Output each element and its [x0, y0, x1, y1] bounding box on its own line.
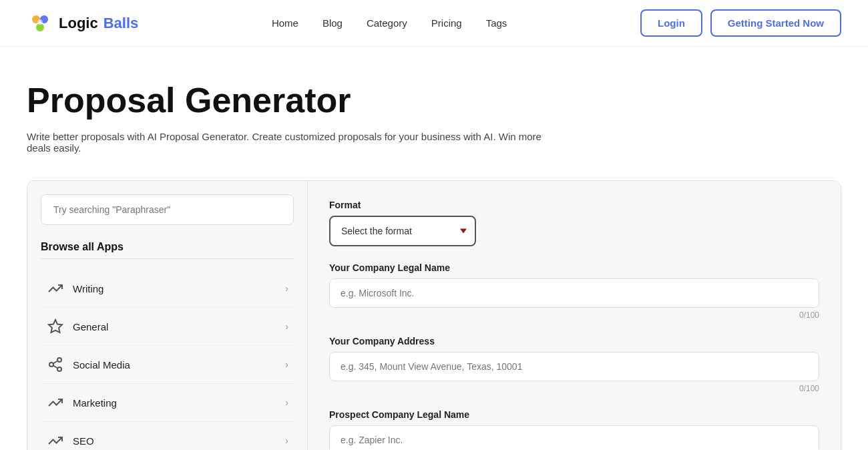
svg-marker-4: [49, 320, 62, 332]
svg-point-3: [37, 19, 43, 25]
prospect-name-label: Prospect Company Legal Name: [329, 409, 819, 420]
nav-blog[interactable]: Blog: [322, 17, 343, 29]
sidebar-item-marketing[interactable]: Marketing ›: [41, 384, 294, 422]
prospect-name-input[interactable]: [329, 425, 819, 450]
social-media-icon: [46, 355, 65, 374]
company-address-label: Your Company Address: [329, 336, 819, 347]
writing-chevron: ›: [285, 283, 288, 294]
seo-icon: [46, 431, 65, 450]
social-media-label: Social Media: [73, 359, 130, 371]
header-actions: Login Getting Started Now: [640, 9, 841, 37]
page-title: Proposal Generator: [27, 80, 841, 120]
seo-chevron: ›: [285, 435, 288, 446]
nav-category[interactable]: Category: [367, 17, 407, 29]
sidebar-item-general[interactable]: General ›: [41, 308, 294, 346]
marketing-chevron: ›: [285, 397, 288, 408]
sidebar: Browse all Apps Writing ›: [27, 181, 308, 450]
format-select[interactable]: Select the format PDF Word Plain Text: [329, 216, 476, 246]
marketing-label: Marketing: [73, 397, 117, 409]
general-label: General: [73, 321, 108, 332]
format-select-wrapper: Select the format PDF Word Plain Text: [329, 216, 476, 246]
writing-icon: [46, 279, 65, 298]
format-group: Format Select the format PDF Word Plain …: [329, 200, 819, 246]
company-address-group: Your Company Address 0/100: [329, 336, 819, 393]
svg-point-5: [57, 358, 61, 362]
browse-title: Browse all Apps: [41, 241, 294, 259]
company-name-input[interactable]: [329, 278, 819, 308]
format-label: Format: [329, 200, 819, 210]
login-button[interactable]: Login: [640, 9, 702, 37]
header: LogicBalls Home Blog Category Pricing Ta…: [0, 0, 868, 47]
hero-section: Proposal Generator Write better proposal…: [0, 47, 868, 167]
social-media-chevron: ›: [285, 359, 288, 370]
company-name-group: Your Company Legal Name 0/100: [329, 262, 819, 320]
logo-text-logic: Logic: [59, 15, 98, 32]
company-address-counter: 0/100: [329, 384, 819, 393]
main-nav: Home Blog Category Pricing Tags: [272, 17, 507, 29]
company-name-label: Your Company Legal Name: [329, 262, 819, 273]
marketing-icon: [46, 393, 65, 412]
svg-point-6: [49, 363, 53, 367]
form-area: Format Select the format PDF Word Plain …: [308, 181, 841, 450]
logo[interactable]: LogicBalls: [27, 10, 138, 37]
seo-label: SEO: [73, 435, 94, 447]
getting-started-button[interactable]: Getting Started Now: [710, 9, 841, 37]
nav-home[interactable]: Home: [272, 17, 298, 29]
svg-line-8: [53, 366, 58, 369]
main-content: Browse all Apps Writing ›: [27, 180, 841, 450]
svg-line-9: [53, 361, 58, 364]
svg-point-7: [57, 367, 61, 371]
sidebar-item-seo[interactable]: SEO ›: [41, 422, 294, 450]
nav-tags[interactable]: Tags: [486, 17, 507, 29]
company-name-counter: 0/100: [329, 310, 819, 320]
logo-text-balls: Balls: [103, 15, 139, 32]
nav-pricing[interactable]: Pricing: [431, 17, 462, 29]
prospect-name-group: Prospect Company Legal Name 0/100: [329, 409, 819, 450]
general-icon: [46, 317, 65, 336]
company-address-input[interactable]: [329, 352, 819, 381]
sidebar-item-social-media[interactable]: Social Media ›: [41, 346, 294, 384]
logo-icon: [27, 10, 53, 37]
sidebar-item-writing[interactable]: Writing ›: [41, 270, 294, 308]
writing-label: Writing: [73, 283, 103, 294]
general-chevron: ›: [285, 321, 288, 332]
hero-description: Write better proposals with AI Proposal …: [27, 131, 561, 154]
search-input[interactable]: [41, 194, 294, 225]
